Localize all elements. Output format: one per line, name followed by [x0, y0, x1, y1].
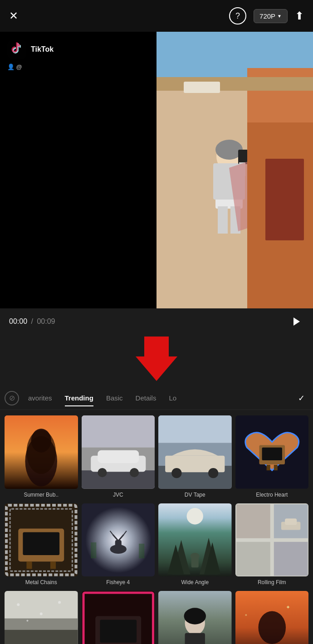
filter-electro-heart[interactable]: ↓ Electro Heart [235, 415, 309, 498]
top-bar-left: ✕ [9, 10, 18, 21]
svg-text:✦: ✦ [286, 604, 290, 610]
svg-point-27 [98, 468, 107, 477]
svg-rect-40 [274, 465, 277, 470]
tiktok-icon [7, 40, 26, 59]
filter-thumb-summer-bub: ↓ [5, 415, 78, 489]
filter-label-summer-bub: Summer Bub.. [24, 492, 59, 498]
help-button[interactable]: ? [229, 7, 246, 24]
svg-point-79 [26, 620, 28, 622]
filter-bottom1[interactable] [5, 591, 78, 644]
svg-point-19 [25, 436, 57, 486]
tiktok-user: 👤 @ [7, 63, 149, 70]
filter-label-rolling-film: Rolling Film [258, 579, 286, 585]
filter-wide-angle[interactable]: ↓ [158, 503, 232, 586]
total-time: 00:09 [37, 317, 55, 325]
filter-thumb-bottom3: ↓ [158, 591, 232, 644]
wide-angle-art [158, 503, 232, 577]
filter-fisheye4[interactable]: Fisheye 4 [82, 503, 155, 586]
svg-rect-26 [98, 450, 139, 463]
video-left-panel: TikTok 👤 @ [0, 32, 156, 308]
svg-rect-56 [91, 542, 96, 558]
arrow-indicator [0, 335, 313, 386]
svg-point-28 [129, 468, 138, 477]
bottom3-art [158, 591, 232, 644]
summer-bub-art [5, 415, 78, 489]
filter-label-fisheye4: Fisheye 4 [106, 579, 130, 585]
bottom1-art [5, 591, 78, 644]
svg-point-34 [171, 468, 181, 478]
arrow-head [136, 356, 177, 381]
filter-rolling-film[interactable]: ↓ Rolling Film [235, 503, 309, 586]
svg-text:✦: ✦ [245, 613, 248, 617]
dv-tape-art [158, 415, 232, 489]
tab-lo[interactable]: Lo [162, 390, 183, 406]
svg-rect-51 [115, 540, 121, 551]
filter-jvc[interactable]: ↓ JVC [82, 415, 155, 498]
svg-point-77 [40, 612, 43, 615]
svg-point-78 [58, 601, 61, 604]
svg-rect-17 [265, 159, 304, 240]
filter-bottom4[interactable]: ↓ ✦ ✦ [235, 591, 309, 644]
filter-label-metal-chains: Metal Chains [25, 579, 57, 585]
play-button[interactable] [288, 313, 304, 330]
filter-tabs: ⊘ avorites Trending Basic Details Lo ✓ [0, 386, 313, 410]
svg-point-35 [208, 468, 218, 478]
video-area: TikTok 👤 @ [0, 32, 313, 308]
tab-favorites[interactable]: avorites [22, 390, 59, 406]
filter-dv-tape[interactable]: ↓ DV Tape [158, 415, 232, 498]
filter-thumb-bottom1 [5, 591, 78, 644]
svg-point-59 [187, 508, 203, 524]
app-name: TikTok [31, 45, 54, 54]
bottom2-art [82, 591, 155, 644]
tab-details-label: Details [136, 394, 156, 402]
svg-rect-70 [274, 542, 308, 576]
svg-rect-82 [100, 620, 137, 643]
jvc-art [82, 415, 155, 489]
svg-rect-45 [50, 561, 56, 569]
tab-trending[interactable]: Trending [59, 390, 100, 406]
tab-basic-label: Basic [106, 394, 123, 402]
svg-point-65 [191, 553, 200, 559]
svg-rect-75 [5, 619, 78, 630]
filter-bottom3[interactable]: ↓ [158, 591, 232, 644]
svg-rect-67 [236, 504, 270, 538]
filter-metal-chains[interactable]: Metal Chains [5, 503, 78, 586]
filter-row-3: ↓ ↓ [5, 591, 308, 644]
video-frame [156, 32, 313, 308]
svg-rect-57 [139, 543, 144, 558]
filter-thumb-bottom2: ↓ [82, 591, 155, 644]
svg-rect-72 [285, 518, 297, 525]
tab-details[interactable]: Details [129, 390, 163, 406]
svg-point-91 [258, 611, 286, 644]
confirm-button[interactable]: ✓ [294, 393, 308, 403]
svg-rect-5 [156, 77, 313, 91]
top-bar: ✕ ? 720P ▼ ⬆ [0, 0, 313, 32]
tiktok-logo: TikTok [7, 40, 149, 59]
filter-thumb-metal-chains [5, 503, 78, 577]
filter-label-wide-angle: Wide Angle [181, 579, 209, 585]
upload-button[interactable]: ⬆ [295, 10, 304, 22]
filter-thumb-jvc: ↓ [82, 415, 155, 489]
filter-label-dv-tape: DV Tape [185, 492, 205, 498]
filter-label-jvc: JVC [113, 492, 123, 498]
svg-point-20 [31, 429, 51, 452]
svg-rect-88 [185, 633, 205, 644]
filter-label-electro-heart: Electro Heart [256, 492, 288, 498]
filter-thumb-electro-heart: ↓ [235, 415, 309, 489]
time-separator: / [31, 317, 33, 325]
filter-bottom2[interactable]: ↓ [82, 591, 155, 644]
current-time: 00:00 [9, 317, 27, 325]
no-filter-icon[interactable]: ⊘ [5, 391, 19, 405]
bottom4-art: ✦ ✦ [235, 591, 309, 644]
quality-label: 720P [259, 12, 275, 20]
svg-rect-43 [23, 532, 59, 555]
filter-thumb-dv-tape: ↓ [158, 415, 232, 489]
tab-basic[interactable]: Basic [100, 390, 129, 406]
red-arrow [136, 337, 177, 381]
filter-grid: ↓ Summer Bub.. ↓ [0, 410, 313, 644]
filter-summer-bub[interactable]: ↓ Summer Bub.. [5, 415, 78, 498]
chevron-down-icon: ▼ [277, 14, 282, 19]
quality-selector[interactable]: 720P ▼ [254, 9, 288, 23]
close-button[interactable]: ✕ [9, 10, 18, 21]
svg-rect-39 [266, 465, 270, 470]
